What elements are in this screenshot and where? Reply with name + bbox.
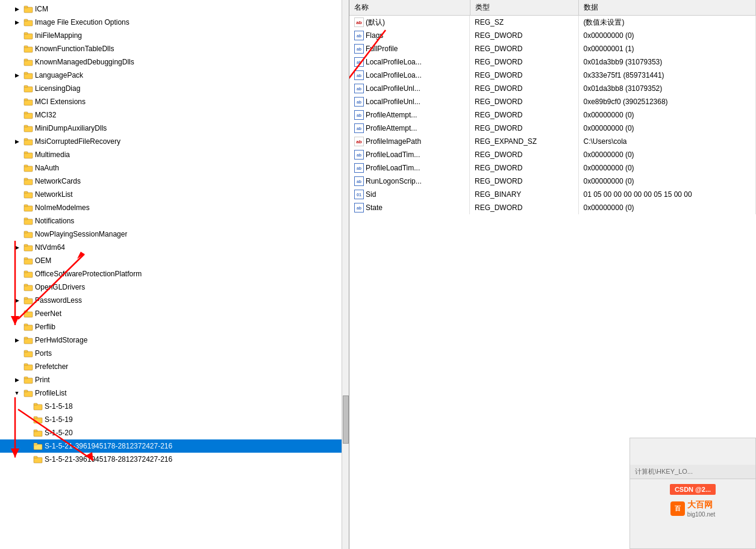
tree-item-image_file[interactable]: ▶ Image File Execution Options xyxy=(0,16,349,29)
tree-item-perhwid[interactable]: ▶ PerHwldStorage xyxy=(0,333,349,347)
reg-name-cell: abRunLogonScrip... xyxy=(349,175,470,188)
tree-item-noime[interactable]: NoImeModelmes xyxy=(0,201,349,214)
expander-passwordless[interactable]: ▶ xyxy=(12,296,22,305)
tree-label-icm: ICM xyxy=(35,5,48,13)
tree-item-s1521a[interactable]: S-1-5-21-3961945178-2812372427-216 xyxy=(0,439,349,453)
registry-row[interactable]: abFullProfileREG_DWORD0x00000001 (1) xyxy=(349,42,756,55)
tree-label-knownmanaged: KnownManagedDebuggingDlls xyxy=(35,58,134,66)
svg-rect-56 xyxy=(24,378,33,383)
folder-icon-networkcards xyxy=(23,176,33,186)
tree-item-networkcards[interactable]: NetworkCards xyxy=(0,175,349,188)
tree-item-langpack[interactable]: ▶ LanguagePack xyxy=(0,69,349,82)
tree-label-knownfunc: KnownFunctionTableDlls xyxy=(35,45,114,53)
svg-rect-58 xyxy=(24,391,33,397)
expander-ntvdm64[interactable]: ▶ xyxy=(12,243,22,252)
svg-rect-17 xyxy=(24,112,28,114)
svg-rect-22 xyxy=(24,153,33,158)
registry-row[interactable]: abLocalProfileUnl...REG_DWORD0xe89b9cf0 … xyxy=(349,95,756,108)
tree-item-print[interactable]: ▶ Print xyxy=(0,373,349,386)
registry-row[interactable]: abLocalProfileLoa...REG_DWORD0x01da3bb9 … xyxy=(349,55,756,69)
tree-item-icm[interactable]: ▶ ICM xyxy=(0,2,349,16)
tree-label-passwordless: PasswordLess xyxy=(35,296,82,305)
registry-row[interactable]: abFlagsREG_DWORD0x00000000 (0) xyxy=(349,29,756,42)
tree-item-nowplaying[interactable]: NowPlayingSessionManager xyxy=(0,228,349,241)
tree-item-officesoftware[interactable]: OfficeSoftwareProtectionPlatform xyxy=(0,267,349,281)
tree-item-s1520[interactable]: S-1-5-20 xyxy=(0,426,349,439)
tree-item-inifile[interactable]: IniFileMapping xyxy=(0,29,349,42)
tree-item-networklist[interactable]: NetworkList xyxy=(0,188,349,201)
reg-type-cell: REG_DWORD xyxy=(470,122,578,135)
tree-item-knownfunc[interactable]: KnownFunctionTableDlls xyxy=(0,42,349,55)
registry-row[interactable]: abRunLogonScrip...REG_DWORD0x00000000 (0… xyxy=(349,175,756,188)
tree-label-s1519: S-1-5-19 xyxy=(45,415,73,424)
folder-icon-prefetcher xyxy=(23,362,33,371)
scrollbar[interactable] xyxy=(342,0,349,549)
folder-icon-s1519 xyxy=(33,415,43,424)
tree-item-ports[interactable]: Ports xyxy=(0,347,349,360)
registry-row[interactable]: abLocalProfileUnl...REG_DWORD0x01da3bb8 … xyxy=(349,82,756,95)
tree-container[interactable]: ▶ ICM▶ Image File Execution Options IniF… xyxy=(0,0,349,549)
folder-icon-langpack xyxy=(23,70,33,80)
reg-type-icon: ab xyxy=(354,57,366,67)
svg-rect-41 xyxy=(24,271,28,273)
tree-item-perflib[interactable]: Perflib xyxy=(0,320,349,333)
svg-rect-4 xyxy=(24,34,33,39)
expander-profilelist[interactable]: ▼ xyxy=(12,388,22,398)
svg-rect-63 xyxy=(34,417,37,418)
tree-label-noime: NoImeModelmes xyxy=(35,203,90,212)
tree-item-oem[interactable]: OEM xyxy=(0,254,349,267)
svg-rect-43 xyxy=(24,284,28,286)
tree-label-langpack: LanguagePack xyxy=(35,71,83,79)
tree-item-knownmanaged[interactable]: KnownManagedDebuggingDlls xyxy=(0,55,349,69)
tree-item-s1519[interactable]: S-1-5-19 xyxy=(0,413,349,426)
scrollbar-thumb[interactable] xyxy=(343,395,349,444)
tree-item-peernet[interactable]: PeerNet xyxy=(0,307,349,320)
registry-row[interactable]: abProfileAttempt...REG_DWORD0x00000000 (… xyxy=(349,122,756,135)
tree-item-naauth[interactable]: NaAuth xyxy=(0,161,349,175)
svg-rect-35 xyxy=(24,231,28,233)
tree-item-msicorrupted[interactable]: ▶ MsiCorruptedFileRecovery xyxy=(0,135,349,148)
reg-type-icon: 01 xyxy=(354,190,366,199)
expander-print[interactable]: ▶ xyxy=(12,375,22,385)
expander-langpack[interactable]: ▶ xyxy=(12,70,22,80)
registry-row[interactable]: abStateREG_DWORD0x00000000 (0) xyxy=(349,201,756,214)
reg-name-label: ProfileAttempt... xyxy=(366,111,417,119)
left-pane[interactable]: ▶ ICM▶ Image File Execution Options IniF… xyxy=(0,0,349,549)
folder-icon-icm xyxy=(23,4,33,14)
registry-row[interactable]: abProfileLoadTim...REG_DWORD0x00000000 (… xyxy=(349,148,756,161)
expander-image_file[interactable]: ▶ xyxy=(12,17,22,27)
svg-rect-64 xyxy=(34,431,42,436)
tree-item-licensingdiag[interactable]: LicensingDiag xyxy=(0,82,349,95)
registry-row[interactable]: ab(默认)REG_SZ(数值未设置) xyxy=(349,16,756,29)
registry-row[interactable]: 01SidREG_BINARY01 05 00 00 00 00 00 05 1… xyxy=(349,188,756,201)
reg-name-cell: 01Sid xyxy=(349,188,470,201)
tree-item-profilelist[interactable]: ▼ ProfileList xyxy=(0,386,349,400)
expander-perhwid[interactable]: ▶ xyxy=(12,335,22,345)
tree-label-licensingdiag: LicensingDiag xyxy=(35,84,80,93)
registry-row[interactable]: abLocalProfileLoa...REG_DWORD0x333e75f1 … xyxy=(349,69,756,82)
registry-row[interactable]: abProfileAttempt...REG_DWORD0x00000000 (… xyxy=(349,108,756,122)
tree-item-notifications[interactable]: Notifications xyxy=(0,214,349,228)
svg-rect-68 xyxy=(34,458,42,463)
folder-icon-peernet xyxy=(23,309,33,318)
dabai-logo: 百 大百网 big100.net xyxy=(670,500,716,518)
tree-item-minidump[interactable]: MiniDumpAuxiliaryDlls xyxy=(0,122,349,135)
tree-item-passwordless[interactable]: ▶ PasswordLess xyxy=(0,294,349,307)
expander-icm[interactable]: ▶ xyxy=(12,4,22,14)
svg-rect-30 xyxy=(24,206,33,211)
registry-row[interactable]: abProfileLoadTim...REG_DWORD0x00000000 (… xyxy=(349,161,756,175)
reg-type-icon: ab xyxy=(354,84,366,93)
svg-rect-14 xyxy=(24,100,33,105)
tree-item-prefetcher[interactable]: Prefetcher xyxy=(0,360,349,373)
dabai-text: 大百网 big100.net xyxy=(687,500,716,518)
tree-item-s1518[interactable]: S-1-5-18 xyxy=(0,400,349,413)
svg-rect-31 xyxy=(24,205,28,206)
tree-item-s1521b[interactable]: S-1-5-21-3961945178-2812372427-216 xyxy=(0,453,349,466)
registry-row[interactable]: abProfileImagePathREG_EXPAND_SZC:\Users\… xyxy=(349,135,756,148)
tree-item-multimedia[interactable]: Multimedia xyxy=(0,148,349,161)
expander-msicorrupted[interactable]: ▶ xyxy=(12,137,22,146)
tree-item-opengl[interactable]: OpenGLDrivers xyxy=(0,281,349,294)
tree-item-mciext[interactable]: MCI Extensions xyxy=(0,95,349,108)
tree-item-ntvdm64[interactable]: ▶ NtVdm64 xyxy=(0,241,349,254)
tree-item-mci32[interactable]: MCI32 xyxy=(0,108,349,122)
